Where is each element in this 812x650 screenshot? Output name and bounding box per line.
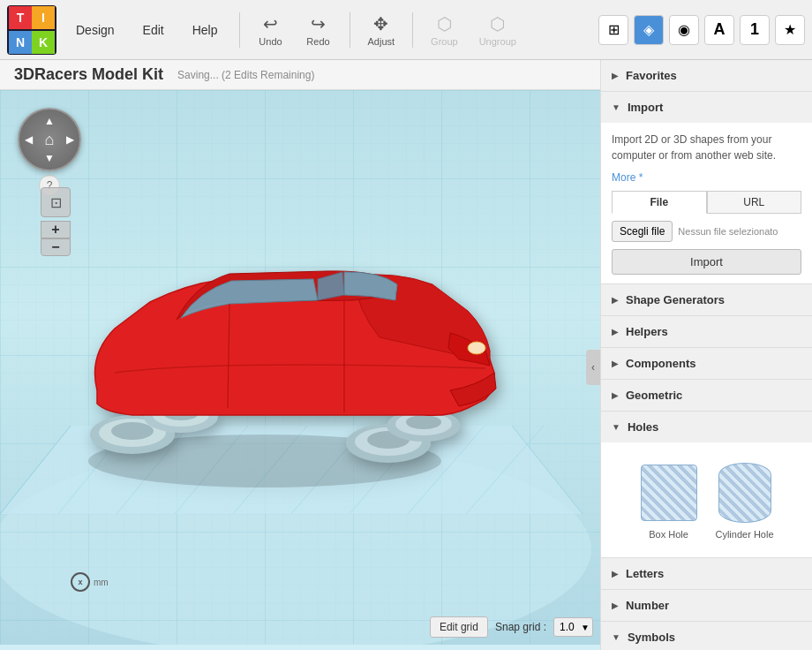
snap-select[interactable]: 1.0 0.1 0.5 2.0 5.0 [553,617,593,637]
canvas-header: 3DRacers Model Kit Saving... (2 Edits Re… [0,60,600,90]
file-row: Scegli file Nessun file selezionato [612,221,801,242]
star-icon[interactable]: ★ [775,15,805,45]
ungroup-button[interactable]: ⬡ Ungroup [470,10,525,50]
box-hole-thumb [636,460,702,525]
ungroup-label: Ungroup [479,36,516,47]
geometric-arrow: ▶ [612,390,619,400]
svg-point-18 [111,422,154,440]
shape-generators-section: ▶ Shape Generators [601,284,812,316]
undo-button[interactable]: ↩ Undo [249,10,293,50]
help-menu[interactable]: Help [180,18,230,42]
save-status: Saving... (2 Edits Remaining) [177,69,314,81]
undo-icon: ↩ [263,13,278,34]
favorites-section: ▶ Favorites [601,60,812,92]
canvas-3d[interactable]: ▲ ▼ ◀ ▶ ⌂ ? ⊡ + − x mm [0,90,600,645]
adjust-icon: ✥ [373,13,388,34]
favorites-arrow: ▶ [612,71,619,80]
letter-a-icon[interactable]: A [704,15,734,45]
holes-header[interactable]: ▼ Holes [601,412,812,442]
panel-collapse-arrow[interactable]: ‹ [586,350,600,385]
nav-wheel[interactable]: ▲ ▼ ◀ ▶ ⌂ [18,108,81,171]
redo-button[interactable]: ↪ Redo [297,10,341,50]
logo-n: N [9,31,32,54]
letters-section: ▶ Letters [601,558,812,590]
sep3 [412,12,413,48]
car-svg [44,196,503,496]
project-title: 3DRacers Model Kit [14,65,163,84]
components-header[interactable]: ▶ Components [601,348,812,379]
letters-header[interactable]: ▶ Letters [601,558,812,589]
nav-up-arrow: ▲ [44,115,55,127]
edit-menu[interactable]: Edit [131,18,177,42]
logo-t: T [9,6,32,29]
helpers-header[interactable]: ▶ Helpers [601,316,812,347]
helpers-title: Helpers [626,325,668,338]
components-title: Components [626,357,695,370]
cylinder-hole-item[interactable]: Cylinder Hole [712,460,778,540]
canvas-area: 3DRacers Model Kit Saving... (2 Edits Re… [0,60,600,650]
zoom-in-button[interactable]: + [41,221,71,238]
main: 3DRacers Model Kit Saving... (2 Edits Re… [0,60,812,650]
3d-view-icon[interactable]: ◈ [634,15,664,45]
car-3d-model[interactable] [44,196,503,499]
coord-circle: x [71,572,90,592]
toolbar-right: ⊞ ◈ ◉ A 1 ★ [598,15,805,45]
zoom-out-button[interactable]: − [41,238,71,256]
design-menu[interactable]: Design [64,18,127,42]
coord-x-label: x [78,578,82,586]
import-content: Import 2D or 3D shapes from your compute… [601,123,812,283]
geometric-header[interactable]: ▶ Geometric [601,380,812,411]
cylinder-hole-label: Cylinder Hole [715,529,773,540]
nav-down-arrow: ▼ [44,152,55,164]
import-button[interactable]: Import [612,249,801,275]
sphere-view-icon[interactable]: ◉ [669,15,699,45]
holes-title: Holes [628,420,658,434]
holes-arrow: ▼ [612,422,620,432]
url-tab[interactable]: URL [707,191,802,214]
logo[interactable]: T I N K [7,5,56,55]
svg-point-27 [406,415,441,429]
topbar: T I N K Design Edit Help ↩ Undo ↪ Redo ✥… [0,0,812,60]
import-more-link[interactable]: More * [612,171,643,184]
helpers-arrow: ▶ [612,327,619,336]
file-tab[interactable]: File [612,191,707,214]
snap-wrapper: 1.0 0.1 0.5 2.0 5.0 ▼ [553,617,593,637]
number-section: ▶ Number [601,590,812,622]
symbols-title: Symbols [628,631,675,644]
import-description: Import 2D or 3D shapes from your compute… [612,132,801,163]
bottom-controls: Edit grid Snap grid : 1.0 0.1 0.5 2.0 5.… [430,616,593,638]
nav-left-arrow: ◀ [25,133,33,146]
holes-content: Box Hole Cylinder Hole [601,442,812,557]
coord-mm-label: mm [94,578,109,587]
grid-view-icon[interactable]: ⊞ [598,15,628,45]
favorites-header[interactable]: ▶ Favorites [601,60,812,91]
sep1 [239,12,240,48]
letters-title: Letters [626,567,664,580]
import-section: ▼ Import Import 2D or 3D shapes from you… [601,92,812,284]
box-hole-item[interactable]: Box Hole [636,460,702,540]
number-1-icon[interactable]: 1 [740,15,770,45]
svg-point-28 [468,342,485,354]
favorites-title: Favorites [626,69,677,82]
geometric-title: Geometric [626,389,682,402]
symbols-header[interactable]: ▼ Symbols [601,622,812,650]
edit-grid-button[interactable]: Edit grid [430,616,488,638]
box-hole-label: Box Hole [649,529,688,540]
number-header[interactable]: ▶ Number [601,590,812,621]
right-panel: ▶ Favorites ▼ Import Import 2D or 3D sha… [600,60,812,650]
number-arrow: ▶ [612,601,619,610]
import-header[interactable]: ▼ Import [601,92,812,123]
group-icon: ⬡ [437,13,452,34]
shape-generators-arrow: ▶ [612,295,619,305]
snap-label: Snap grid : [495,621,546,633]
box-hole-shape [641,465,697,521]
cylinder-hole-shape [718,463,771,523]
adjust-button[interactable]: ✥ Adjust [359,10,404,50]
letters-arrow: ▶ [612,569,619,578]
shape-generators-header[interactable]: ▶ Shape Generators [601,284,812,315]
group-button[interactable]: ⬡ Group [422,10,467,50]
choose-file-button[interactable]: Scegli file [612,221,673,242]
nav-right-arrow: ▶ [66,133,74,146]
file-name-display: Nessun file selezionato [678,226,801,237]
view-button[interactable]: ⊡ [41,187,71,217]
